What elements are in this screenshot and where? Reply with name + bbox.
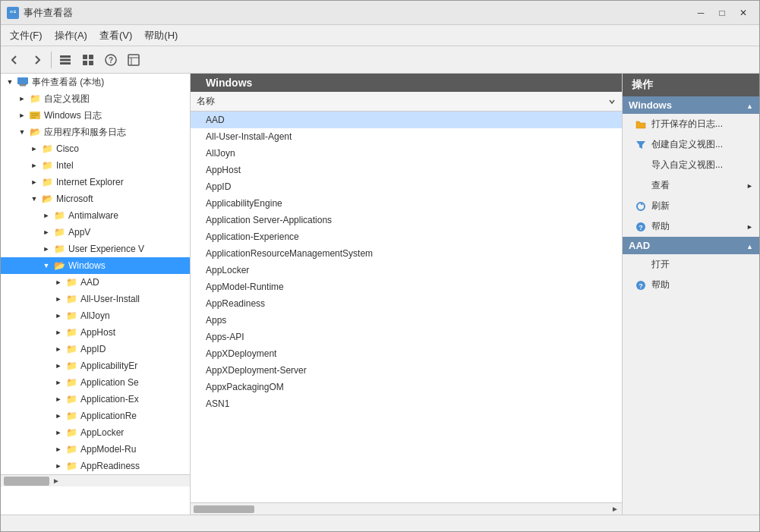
tree-toggle-appreadiness[interactable]: ► [52, 460, 65, 472]
tree-toggle-alluser[interactable]: ► [52, 293, 65, 305]
tree-toggle-aad[interactable]: ► [52, 276, 65, 288]
maximize-button[interactable]: □ [712, 5, 732, 20]
tree-toggle-uex[interactable]: ► [40, 243, 52, 255]
tree-item-applicability[interactable]: ► 📁 ApplicabilityEr [1, 357, 190, 374]
tree-toggle-alljoyn[interactable]: ► [52, 310, 65, 322]
tree-item-apphost[interactable]: ► 📁 AppHost [1, 324, 190, 341]
tree-toggle-cv[interactable]: ► [16, 93, 28, 105]
tree-item-ie[interactable]: ► 📁 Internet Explorer [1, 174, 190, 190]
action-help-aad[interactable]: ? 帮助 [623, 275, 759, 295]
list-item-apps[interactable]: Apps [191, 312, 622, 329]
tree-item-alljoyn[interactable]: ► 📁 AllJoyn [1, 307, 190, 324]
svg-rect-16 [20, 85, 26, 87]
help-button[interactable]: ? [100, 49, 121, 71]
svg-rect-5 [60, 58, 71, 61]
tree-toggle-apphost[interactable]: ► [52, 326, 65, 338]
tree-item-intel[interactable]: ► 📁 Intel [1, 157, 190, 174]
tree-toggle-wl[interactable]: ► [16, 109, 28, 121]
tree-toggle-intel[interactable]: ► [28, 159, 40, 172]
tree-item-windows[interactable]: ▼ 📂 Windows [1, 257, 190, 274]
list-item-asn1[interactable]: ASN1 [191, 395, 622, 412]
close-button[interactable]: ✕ [733, 5, 753, 20]
tree-hscroll[interactable]: ► [1, 474, 190, 486]
tree-item-uex[interactable]: ► 📁 User Experience V [1, 241, 190, 257]
view1-button[interactable] [55, 49, 76, 71]
appreadiness-icon: 📁 [65, 460, 78, 472]
list-item-appresource[interactable]: ApplicationResourceManagementSystem [191, 245, 622, 262]
tree-toggle-ms[interactable]: ▼ [28, 193, 40, 205]
minimize-button[interactable]: ─ [691, 5, 711, 20]
forward-button[interactable] [27, 49, 48, 71]
actions-section-aad[interactable]: AAD [623, 237, 759, 254]
tree-toggle-appv[interactable]: ► [40, 226, 52, 238]
action-open-aad[interactable]: 打开 [623, 254, 759, 275]
tree-item-custom-views[interactable]: ► 📁 自定义视图 [1, 90, 190, 107]
action-view[interactable]: 查看 [623, 175, 759, 196]
tree-item-appreadiness[interactable]: ► 📁 AppReadiness [1, 458, 190, 474]
tree-toggle-al[interactable]: ▼ [16, 126, 28, 138]
list-item-appexp[interactable]: Application-Experience [191, 228, 622, 245]
tree-item-antimalware[interactable]: ► 📁 Antimalware [1, 207, 190, 224]
list-item-appreadiness[interactable]: AppReadiness [191, 295, 622, 312]
list-item-applocker[interactable]: AppLocker [191, 262, 622, 279]
tree-toggle-cisco[interactable]: ► [28, 143, 40, 155]
list-item-appmodelrt[interactable]: AppModel-Runtime [191, 279, 622, 295]
tree-item-appex[interactable]: ► 📁 Application-Ex [1, 391, 190, 408]
menu-view[interactable]: 查看(V) [93, 26, 138, 46]
tree-toggle-win[interactable]: ▼ [40, 260, 52, 272]
tree-item-applocker[interactable]: ► 📁 AppLocker [1, 424, 190, 441]
action-create-view[interactable]: 创建自定义视图... [623, 134, 759, 155]
list-item-aad[interactable]: AAD [191, 112, 622, 128]
action-refresh[interactable]: 刷新 [623, 196, 759, 216]
list-item-appid[interactable]: AppID [191, 178, 622, 195]
list-item-appxpkg[interactable]: AppxPackagingOM [191, 379, 622, 395]
tree-toggle-applicability[interactable]: ► [52, 360, 65, 372]
tree-item-appmodel[interactable]: ► 📁 AppModel-Ru [1, 441, 190, 458]
tree-item-appid[interactable]: ► 📁 AppID [1, 341, 190, 357]
tree-toggle-appse[interactable]: ► [52, 376, 65, 389]
list-item-alluser[interactable]: All-User-Install-Agent [191, 128, 622, 145]
menu-file[interactable]: 文件(F) [4, 26, 49, 46]
tree-label-am: Antimalware [68, 210, 118, 221]
tree-item-winlog[interactable]: ► Windows 日志 [1, 107, 190, 124]
tree-item-aad[interactable]: ► 📁 AAD [1, 274, 190, 291]
menu-action[interactable]: 操作(A) [49, 26, 93, 46]
tree-toggle-ie[interactable]: ► [28, 176, 40, 188]
appv-icon: 📁 [52, 226, 66, 238]
back-button[interactable] [4, 49, 25, 71]
tree-toggle-applocker[interactable]: ► [52, 427, 65, 439]
tree-item-appse[interactable]: ► 📁 Application Se [1, 374, 190, 391]
action-open-saved[interactable]: 打开保存的日志... [623, 114, 759, 134]
tree-toggle-appmodel[interactable]: ► [52, 443, 65, 455]
list-scroll-area[interactable]: AAD All-User-Install-Agent AllJoyn AppHo… [191, 112, 622, 502]
tree-toggle-appex[interactable]: ► [52, 393, 65, 405]
tree-toggle-appre[interactable]: ► [52, 410, 65, 422]
tree-item-ms[interactable]: ▼ 📂 Microsoft [1, 190, 190, 207]
tree-item-appre[interactable]: ► 📁 ApplicationRe [1, 408, 190, 424]
list-item-apphost[interactable]: AppHost [191, 162, 622, 178]
list-item-applicabilityengine[interactable]: ApplicabilityEngine [191, 195, 622, 212]
list-item-appsapi[interactable]: Apps-API [191, 329, 622, 345]
svg-rect-6 [60, 62, 71, 65]
view2-button[interactable] [77, 49, 99, 71]
list-item-appxdeploy[interactable]: AppXDeployment [191, 345, 622, 362]
list-item-alljoyn[interactable]: AllJoyn [191, 145, 622, 162]
tree-item-alluser[interactable]: ► 📁 All-User-Install [1, 291, 190, 307]
action-import-view[interactable]: 导入自定义视图... [623, 155, 759, 175]
action-refresh-label: 刷新 [651, 200, 670, 212]
action-help-windows[interactable]: ? 帮助 [623, 216, 759, 237]
tree-toggle-am[interactable]: ► [40, 209, 52, 222]
view3-button[interactable] [123, 49, 144, 71]
tree-toggle-root[interactable]: ▼ [4, 76, 16, 88]
actions-section-windows[interactable]: Windows [623, 96, 759, 114]
list-item-appserver[interactable]: Application Server-Applications [191, 212, 622, 228]
tree-item-cisco[interactable]: ► 📁 Cisco [1, 140, 190, 157]
list-item-appxdeploysvr[interactable]: AppXDeployment-Server [191, 362, 622, 379]
tree-panel[interactable]: ▼ 事件查看器 (本地) ► 📁 自定义视图 [1, 74, 191, 515]
list-hscroll[interactable]: ► [191, 502, 622, 515]
tree-item-applog[interactable]: ▼ 📂 应用程序和服务日志 [1, 124, 190, 140]
tree-toggle-appid[interactable]: ► [52, 343, 65, 355]
tree-item-root[interactable]: ▼ 事件查看器 (本地) [1, 74, 190, 90]
tree-item-appv[interactable]: ► 📁 AppV [1, 224, 190, 241]
menu-help[interactable]: 帮助(H) [138, 26, 184, 46]
